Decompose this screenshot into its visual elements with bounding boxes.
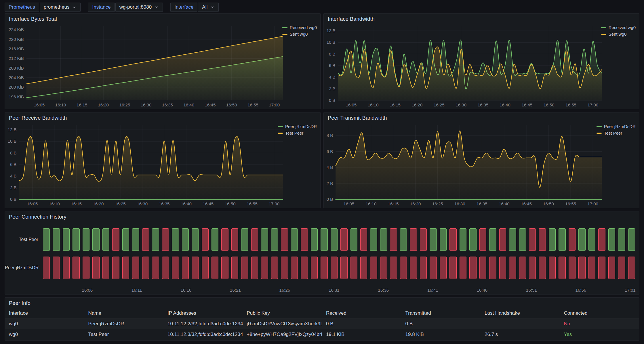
legend-item[interactable]: Test Peer (278, 131, 317, 135)
panel-title[interactable]: Peer Info (5, 298, 639, 307)
panel-title[interactable]: Peer Receive Bandwidth (5, 112, 320, 122)
legend-series-swatch (597, 126, 602, 127)
state-bar-disconnected (172, 257, 179, 279)
time-series-chart[interactable]: 0 B2 B4 B6 B8 B10 B12 B16:0516:1016:1516… (5, 122, 320, 208)
state-timeline-bars[interactable] (43, 228, 635, 251)
state-bar-disconnected (53, 257, 60, 279)
table-header-row: InterfaceNameIP AddressesPublic KeyRecei… (5, 308, 639, 319)
column-header-public-key[interactable]: Public Key (243, 308, 322, 319)
variable-value: wg-portal:8080 (119, 4, 152, 10)
legend-item[interactable]: Received wg0 (282, 25, 317, 30)
variable-picker-instance[interactable]: wg-portal:8080 (115, 3, 163, 12)
svg-text:16:10: 16:10 (49, 201, 60, 206)
state-bar-disconnected (102, 257, 109, 279)
column-header-name[interactable]: Name (84, 308, 164, 319)
column-header-ip-addresses[interactable]: IP Addresses (163, 308, 243, 319)
column-header-received[interactable]: Received (322, 308, 401, 319)
svg-text:16:15: 16:15 (77, 102, 87, 107)
variable-picker-interface[interactable]: All (198, 3, 219, 12)
state-bar-disconnected (410, 228, 417, 251)
svg-text:4 B: 4 B (329, 74, 336, 79)
svg-text:16:05: 16:05 (344, 201, 355, 206)
state-bar-disconnected (370, 257, 377, 279)
state-bar-disconnected (390, 228, 397, 251)
state-bar-disconnected (212, 257, 218, 279)
state-bar-connected (440, 228, 447, 251)
time-axis-label: 17:01 (625, 288, 636, 293)
state-bar-disconnected (479, 257, 486, 279)
state-bar-disconnected (192, 257, 199, 279)
legend-item[interactable]: Test Peer (597, 131, 636, 135)
column-header-last-handshake[interactable]: Last Handshake (481, 308, 560, 319)
svg-text:196 KiB: 196 KiB (9, 94, 24, 99)
cell-connected: No (560, 319, 639, 329)
state-bar-disconnected (311, 257, 318, 279)
state-bar-connected (519, 228, 526, 251)
column-header-connected[interactable]: Connected (560, 308, 639, 319)
panel-title[interactable]: Interface Bytes Total (5, 14, 320, 23)
legend-item[interactable]: Sent wg0 (282, 32, 317, 37)
svg-text:16:30: 16:30 (141, 102, 152, 107)
time-series-chart[interactable]: 0 B2 B4 B6 B8 B10 B12 B16:0516:1016:1516… (324, 23, 639, 109)
state-bar-disconnected (519, 257, 526, 279)
state-bar-disconnected (241, 257, 248, 279)
svg-text:16:15: 16:15 (390, 102, 401, 107)
svg-text:0 B: 0 B (329, 98, 336, 103)
svg-text:16:35: 16:35 (478, 102, 489, 107)
svg-text:4 B: 4 B (327, 165, 333, 170)
state-bar-disconnected (489, 257, 496, 279)
state-bar-disconnected (360, 257, 367, 279)
svg-text:16:40: 16:40 (500, 102, 510, 107)
svg-text:16:45: 16:45 (522, 102, 533, 107)
state-timeline-row-label: Test Peer (5, 237, 43, 242)
legend-item[interactable]: Sent wg0 (601, 32, 636, 37)
state-bar-connected (192, 228, 199, 251)
state-bar-disconnected (569, 228, 576, 251)
state-bar-disconnected (420, 228, 427, 251)
svg-text:17:00: 17:00 (269, 201, 280, 206)
state-bar-connected (291, 228, 298, 251)
panel-title[interactable]: Peer Connection History (5, 211, 639, 221)
svg-text:16:30: 16:30 (456, 102, 466, 107)
table-row: wg0Peer jRzmDsDR10.11.12.2/32,fdfd:d3ad:… (5, 319, 639, 329)
legend-item[interactable]: Peer jRzmDsDR (597, 124, 636, 129)
column-header-interface[interactable]: Interface (5, 308, 84, 319)
state-bar-disconnected (569, 257, 576, 279)
state-bar-disconnected (291, 257, 298, 279)
time-series-chart[interactable]: 0 B2 B4 B6 B8 B16:0516:1016:1516:2016:25… (324, 122, 639, 208)
state-timeline-bars[interactable] (43, 257, 635, 279)
state-bar-connected (83, 228, 89, 251)
svg-text:16:20: 16:20 (410, 201, 421, 206)
state-timeline-rows[interactable]: Test PeerPeer jRzmDsDR (5, 222, 635, 285)
svg-text:16:20: 16:20 (93, 201, 104, 206)
legend-series-swatch (278, 126, 283, 127)
state-bar-disconnected (529, 257, 536, 279)
svg-text:6 B: 6 B (329, 63, 336, 68)
svg-text:16:25: 16:25 (432, 201, 443, 206)
state-bar-disconnected (301, 228, 308, 251)
time-axis-label: 16:46 (477, 288, 488, 293)
svg-text:16:35: 16:35 (162, 102, 173, 107)
svg-text:16:50: 16:50 (225, 201, 236, 206)
panel-title[interactable]: Interface Bandwidth (324, 14, 639, 23)
variable-label-prometheus: Prometheus (5, 3, 39, 12)
cell-last-handshake: 26.7 s (481, 329, 560, 340)
panel-title[interactable]: Peer Transmit Bandwidth (324, 112, 639, 122)
svg-text:2 B: 2 B (329, 86, 336, 91)
state-timeline-chart: Test PeerPeer jRzmDsDR 16:0616:1116:1616… (5, 221, 639, 294)
legend: Peer jRzmDsDRTest Peer (278, 124, 317, 135)
column-header-transmitted[interactable]: Transmitted (401, 308, 481, 319)
legend-item[interactable]: Received wg0 (601, 25, 636, 30)
legend-series-swatch (282, 34, 287, 35)
state-bar-disconnected (221, 228, 228, 251)
panel-peer-receive-bandwidth: Peer Receive Bandwidth 0 B2 B4 B6 B8 B10… (5, 112, 321, 208)
svg-text:220 KiB: 220 KiB (9, 37, 24, 42)
time-series-chart[interactable]: 196 KiB200 KiB204 KiB208 KiB212 KiB216 K… (5, 23, 320, 109)
variable-picker-prometheus[interactable]: prometheus (40, 3, 81, 12)
state-bar-disconnected (83, 257, 89, 279)
svg-text:200 KiB: 200 KiB (9, 85, 24, 89)
svg-text:204 KiB: 204 KiB (9, 75, 24, 80)
legend-item[interactable]: Peer jRzmDsDR (278, 124, 317, 129)
legend: Received wg0Sent wg0 (282, 25, 317, 37)
variable-label-instance: Instance (88, 3, 115, 12)
